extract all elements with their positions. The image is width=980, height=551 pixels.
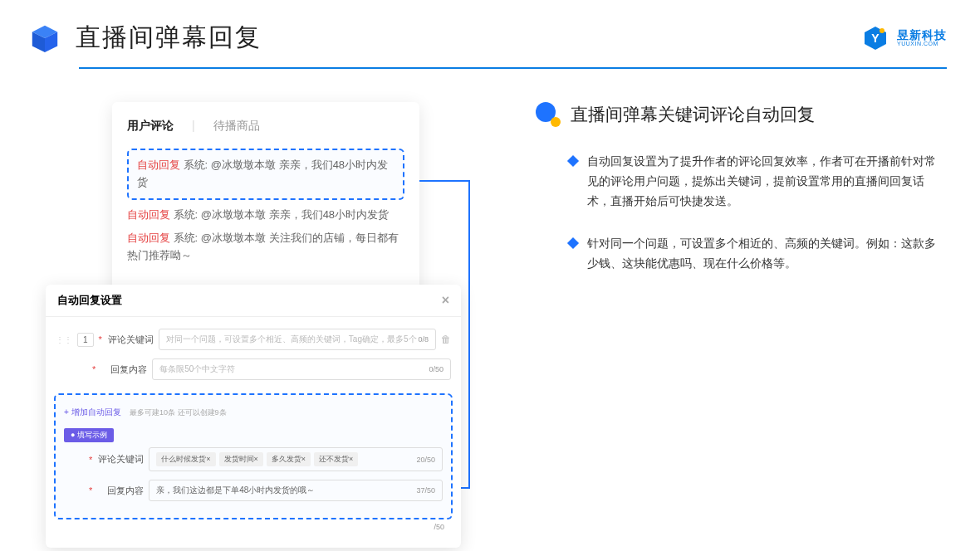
diamond-icon [567, 237, 579, 249]
comment-row: 自动回复 系统: @冰墩墩本墩 关注我们的店铺，每日都有热门推荐呦～ [127, 230, 404, 265]
bubble-icon [536, 102, 561, 127]
required-icon: * [99, 334, 102, 344]
example-rp-label: 回复内容 [97, 485, 144, 497]
comment-highlighted: 自动回复 系统: @冰墩墩本墩 亲亲，我们48小时内发货 [127, 149, 404, 200]
header: 直播间弹幕回复 Y 昱新科技 YUUXIN.COM [0, 0, 980, 67]
tag[interactable]: 什么时候发货× [156, 452, 215, 466]
logo-en: YUUXIN.COM [897, 41, 947, 46]
example-kw-input: 什么时候发货× 发货时间× 多久发货× 还不发货× 20/50 [149, 447, 443, 471]
example-kw-label: 评论关键词 [97, 453, 144, 466]
svg-text:Y: Y [871, 32, 880, 45]
bullet-text: 针对同一个问题，可设置多个相近的、高频的关键词。例如：这款多少钱、这块能优惠吗、… [587, 234, 947, 274]
example-rp-input: 亲，我们这边都是下单48小时内发货的哦～ 37/50 [149, 480, 443, 501]
rule-number: 1 [77, 333, 94, 347]
reply-input[interactable]: 每条限50个中文字符 0/50 [152, 358, 451, 380]
settings-modal: 自动回复设置 × ⋮⋮ 1 * 评论关键词 对同一个问题，可设置多个相近、高频的… [46, 285, 461, 548]
logo-hex-icon: Y [862, 25, 889, 51]
add-hint: 最多可建10条 还可以创建9条 [130, 408, 227, 417]
svg-point-5 [880, 28, 884, 33]
header-left: 直播间弹幕回复 [29, 21, 262, 55]
brand-logo: Y 昱新科技 YUUXIN.COM [862, 25, 947, 51]
auto-reply-tag: 自动回复 [137, 158, 180, 171]
tab-pending-goods[interactable]: 待播商品 [213, 119, 260, 134]
example-block: + 增加自动回复 最多可建10条 还可以创建9条 ● 填写示例 * 评论关键词 … [54, 393, 453, 519]
required-icon: * [92, 364, 96, 374]
screenshot-column: 用户评论 | 待播商品 自动回复 系统: @冰墩墩本墩 亲亲，我们48小时内发货… [46, 102, 478, 297]
comment-row: 自动回复 系统: @冰墩墩本墩 亲亲，我们48小时内发货 [127, 207, 404, 224]
comment-text: 系统: @冰墩墩本墩 亲亲，我们48小时内发货 [170, 208, 389, 221]
auto-reply-tag: 自动回复 [127, 208, 170, 221]
add-reply-link[interactable]: + 增加自动回复 [64, 407, 121, 417]
tag[interactable]: 发货时间× [219, 452, 263, 466]
tab-divider: | [192, 119, 195, 134]
drag-handle-icon[interactable]: ⋮⋮ [56, 335, 72, 344]
tabs: 用户评论 | 待播商品 [127, 119, 404, 134]
reply-label: 回复内容 [100, 363, 147, 376]
tag[interactable]: 多久发货× [267, 452, 311, 466]
close-icon[interactable]: × [442, 293, 449, 308]
bullet-text: 自动回复设置为了提升作者的评论回复效率，作者可在开播前针对常见的评论用户问题，提… [587, 152, 947, 211]
trailing-count: /50 [46, 519, 461, 531]
auto-reply-tag: 自动回复 [127, 232, 170, 244]
diamond-icon [567, 155, 579, 167]
delete-icon[interactable]: 🗑 [441, 334, 451, 345]
section-title: 直播间弹幕关键词评论自动回复 [571, 103, 815, 126]
description-column: 直播间弹幕关键词评论自动回复 自动回复设置为了提升作者的评论回复效率，作者可在开… [536, 102, 947, 297]
keyword-label: 评论关键词 [107, 334, 154, 346]
cube-icon [29, 22, 61, 54]
tag[interactable]: 还不发货× [314, 452, 358, 466]
bullet-item: 自动回复设置为了提升作者的评论回复效率，作者可在开播前针对常见的评论用户问题，提… [569, 152, 947, 211]
example-badge: ● 填写示例 [64, 428, 114, 442]
tab-user-comments[interactable]: 用户评论 [127, 119, 174, 134]
modal-title: 自动回复设置 [57, 293, 122, 308]
page-title: 直播间弹幕回复 [76, 21, 262, 55]
bullet-item: 针对同一个问题，可设置多个相近的、高频的关键词。例如：这款多少钱、这块能优惠吗、… [569, 234, 947, 274]
logo-cn: 昱新科技 [897, 29, 947, 41]
keyword-input[interactable]: 对同一个问题，可设置多个相近、高频的关键词，Tag确定，最多5个 0/8 [159, 329, 436, 350]
